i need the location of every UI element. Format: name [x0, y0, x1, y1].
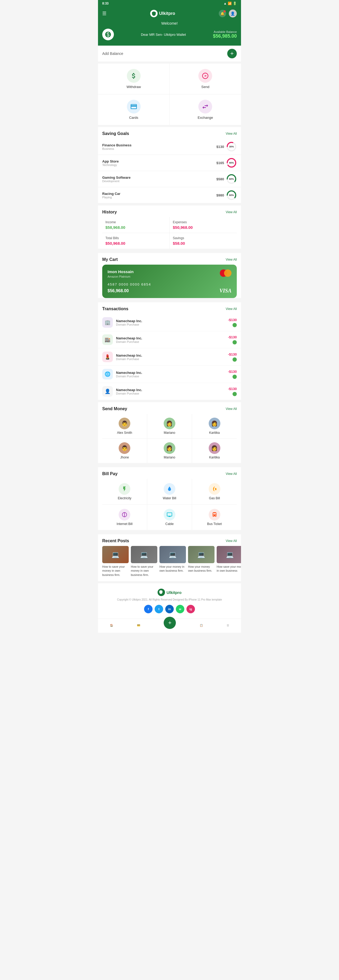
facebook-icon: f	[148, 608, 149, 611]
add-balance-button[interactable]: +	[227, 49, 237, 58]
history-grid: Income $58,968.00 Expenses $50,968.00 To…	[102, 217, 237, 249]
goal-item[interactable]: App Store Technology $165 90%	[98, 155, 241, 171]
goals-container: Finance Business Business $130 30%	[98, 139, 241, 204]
tx-icon-emoji: 🏬	[105, 337, 111, 342]
social-whatsapp[interactable]: w	[176, 605, 184, 613]
quick-action-exchange[interactable]: Exchange	[170, 94, 241, 125]
transaction-item[interactable]: 🏬 Namecheap Inc. Domain Purchase -$130	[98, 331, 241, 348]
social-instagram[interactable]: ig	[187, 605, 195, 613]
transaction-item[interactable]: 💄 Namecheap Inc. Domain Purchase -$130	[98, 348, 241, 366]
add-nav-icon: +	[168, 619, 172, 626]
history-label: Income	[105, 220, 166, 224]
bill-icon-wrap	[209, 483, 220, 495]
send-person-item[interactable]: 👨 Alex Smith	[102, 414, 147, 438]
tx-description: Domain Purchase	[116, 323, 228, 326]
tx-dot	[233, 375, 237, 379]
social-twitter[interactable]: t	[155, 605, 163, 613]
bill-pay-header: Bill Pay View All	[98, 467, 241, 479]
goal-item[interactable]: Racing Car Playing $980 60%	[98, 187, 241, 204]
send-icon-wrap	[198, 69, 212, 83]
quick-actions-grid: Withdraw Send Cards Exchange	[98, 64, 241, 125]
nav-menu[interactable]: ☰	[227, 624, 229, 627]
recent-posts-view-all[interactable]: View All	[226, 539, 237, 543]
nav-add-center[interactable]: +	[164, 617, 176, 629]
history-card[interactable]: Expenses $50,968.00	[170, 217, 237, 233]
bill-pay-view-all[interactable]: View All	[226, 472, 237, 476]
tx-description: Domain Purchase	[116, 392, 228, 395]
whatsapp-icon: w	[179, 608, 181, 611]
credit-card[interactable]: Imon Hossain Amazon Platnium 4587 0000 0…	[102, 265, 237, 298]
history-card[interactable]: Income $58,968.00	[102, 217, 170, 233]
user-avatar[interactable]: 👤	[229, 10, 237, 18]
goal-item[interactable]: Gaming Software Development $580 60%	[98, 171, 241, 187]
transactions-title: Transactions	[102, 307, 128, 311]
balance-amount: $56,985.00	[213, 33, 237, 39]
person-emoji: 👩	[166, 420, 173, 426]
send-person-item[interactable]: 👩 Karitika	[192, 414, 237, 438]
bill-item[interactable]: Gas Bill	[192, 479, 237, 504]
quick-action-cards[interactable]: Cards	[98, 94, 170, 125]
saving-goals-view-all[interactable]: View All	[226, 132, 237, 135]
quick-action-withdraw[interactable]: Withdraw	[98, 64, 170, 94]
signal-icon: ▲	[223, 2, 227, 5]
cards-icon-wrap	[127, 100, 141, 113]
transaction-icon: 🏢	[102, 317, 113, 328]
goal-amount: $580	[216, 177, 224, 181]
history-label: Total Bills	[105, 236, 166, 240]
history-card[interactable]: Savings $58.00	[170, 233, 237, 249]
notification-bell[interactable]: 🔔	[219, 10, 226, 17]
transactions-header: Transactions View All	[98, 302, 241, 314]
send-person-item[interactable]: 👩 Karitika	[192, 439, 237, 463]
post-thumbnail: 💻	[160, 546, 186, 563]
goal-amount: $130	[216, 145, 224, 149]
send-money-header: Send Money View All	[98, 402, 241, 414]
social-facebook[interactable]: f	[144, 605, 152, 613]
transaction-item[interactable]: 🏢 Namecheap Inc. Domain Purchase -$130	[98, 314, 241, 331]
welcome-line1: Welcome!	[102, 21, 237, 25]
hamburger-icon[interactable]: ☰	[102, 11, 106, 16]
bill-icon-wrap	[119, 509, 130, 520]
nav-cards[interactable]: 📋	[200, 624, 203, 627]
bill-label: Internet Bill	[117, 522, 132, 526]
nav-home[interactable]: 🏠	[110, 624, 113, 627]
transaction-right: -$130	[228, 352, 237, 362]
send-person-item[interactable]: 👩 Mariano	[147, 414, 192, 438]
my-cart-view-all[interactable]: View All	[226, 258, 237, 261]
bill-item[interactable]: Cable	[147, 504, 192, 530]
status-time: 8:33	[102, 2, 109, 5]
post-card[interactable]: 💻 How save your mor in own business	[217, 546, 241, 577]
bill-item[interactable]: Electricity	[102, 479, 147, 504]
history-view-all[interactable]: View All	[226, 210, 237, 214]
bill-item[interactable]: Water Bill	[147, 479, 192, 504]
person-emoji: 👩	[211, 420, 218, 426]
post-card[interactable]: 💻 How to save your money in own business…	[131, 546, 157, 577]
bill-item[interactable]: Bus Ticket	[192, 504, 237, 530]
footer-copyright: Copyright © Ulkitpro 2021. All Rights Re…	[102, 598, 237, 601]
goal-amount: $165	[216, 161, 224, 165]
send-person-item[interactable]: 👩 Mariano	[147, 439, 192, 463]
post-card[interactable]: 💻 How to save your money in own business…	[102, 546, 129, 577]
send-money-view-all[interactable]: View All	[226, 407, 237, 411]
goal-right: $580 60%	[216, 174, 237, 184]
post-card[interactable]: 💻 How your money in own business firm.	[160, 546, 186, 577]
person-emoji: 👨	[121, 420, 128, 426]
transaction-item[interactable]: 👤 Namecheap Inc. Domain Purchase -$130	[98, 383, 241, 400]
nav-wallet[interactable]: 💳	[137, 624, 140, 627]
goal-item[interactable]: Finance Business Business $130 30%	[98, 139, 241, 155]
bill-pay-title: Bill Pay	[102, 471, 117, 476]
bill-item[interactable]: Internet Bill	[102, 504, 147, 530]
post-card[interactable]: 💻 How your money own business firm.	[188, 546, 214, 577]
tx-icon-emoji: 👤	[105, 388, 111, 394]
transactions-view-all[interactable]: View All	[226, 307, 237, 311]
transaction-right: -$130	[228, 335, 237, 344]
transaction-icon: 💄	[102, 352, 113, 362]
transaction-item[interactable]: 🌐 Namecheap Inc. Domain Purchase -$130	[98, 366, 241, 383]
history-card[interactable]: Total Bills $50,968.00	[102, 233, 170, 249]
quick-action-send[interactable]: Send	[170, 64, 241, 94]
send-person-item[interactable]: 👨 Jhone	[102, 439, 147, 463]
twitter-icon: t	[158, 608, 160, 611]
recent-posts-title: Recent Posts	[102, 539, 129, 543]
social-linkedin[interactable]: in	[165, 605, 174, 613]
goal-progress-circle: 60%	[226, 190, 237, 200]
status-bar: 8:33 ▲ 📶 🔋	[98, 0, 241, 7]
